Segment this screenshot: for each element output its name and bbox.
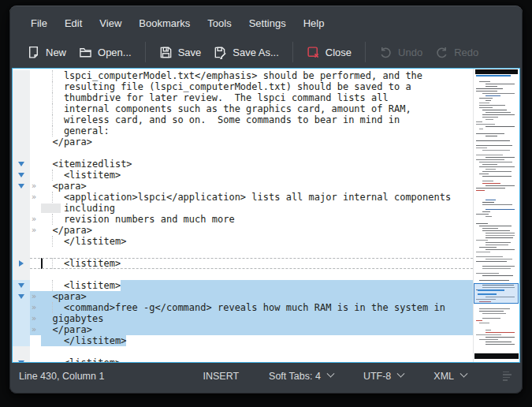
code-line[interactable]: » <para>	[13, 181, 473, 192]
line-content[interactable]: internal components such as the graphics…	[41, 103, 473, 114]
line-content[interactable]: </para>	[41, 324, 473, 335]
gutter[interactable]	[13, 92, 30, 103]
line-content[interactable]	[41, 247, 473, 258]
line-content[interactable]: </para>	[41, 225, 473, 236]
gutter[interactable]	[13, 225, 30, 236]
gutter[interactable]	[13, 258, 30, 269]
input-mode-button[interactable]: INSERT	[198, 368, 244, 385]
line-content[interactable]	[41, 269, 473, 280]
line-content[interactable]: <listitem>	[41, 357, 473, 362]
code-line[interactable]: </para>	[13, 136, 473, 147]
code-line[interactable]: » gigabytes	[13, 313, 473, 324]
line-content[interactable]: </listitem>	[41, 335, 473, 346]
gutter[interactable]	[13, 269, 30, 280]
fold-marker-icon[interactable]	[18, 294, 24, 299]
menu-bookmarks[interactable]: Bookmarks	[130, 14, 199, 32]
fold-marker-icon[interactable]	[18, 184, 24, 189]
code-line[interactable]: general:	[13, 125, 473, 136]
gutter[interactable]	[13, 236, 30, 247]
line-content[interactable]: <para>	[41, 291, 473, 302]
code-line[interactable]: thumbdrive for later review. The lspci c…	[13, 92, 473, 103]
line-content[interactable]: <para>	[41, 181, 473, 192]
menu-help[interactable]: Help	[295, 14, 333, 32]
fold-marker-icon[interactable]	[19, 260, 24, 267]
line-content[interactable]: thumbdrive for later review. The lspci c…	[41, 92, 473, 103]
encoding-dropdown[interactable]: UTF-8	[359, 368, 408, 385]
gutter[interactable]	[13, 181, 30, 192]
code-line[interactable]: resulting file (lspci_computerModel.txt)…	[13, 81, 473, 92]
undo-button[interactable]: Undo	[373, 42, 429, 63]
code-line[interactable]: » </para>	[13, 225, 473, 236]
code-line[interactable]: » <application>lspci</application> lists…	[13, 192, 473, 203]
code-line[interactable]: internal components such as the graphics…	[13, 103, 473, 114]
menu-file[interactable]: File	[22, 14, 56, 32]
code-line[interactable]: » <command>free -g</command> reveals how…	[13, 302, 473, 313]
fold-marker-icon[interactable]	[18, 162, 24, 166]
save-as-button[interactable]: Save As...	[207, 42, 285, 63]
gutter[interactable]	[13, 357, 30, 362]
minimap-view-indicator[interactable]	[474, 283, 519, 304]
gutter[interactable]	[13, 192, 30, 203]
cursor-position[interactable]: Line 430, Column 1	[19, 371, 198, 382]
gutter[interactable]	[13, 147, 30, 159]
code-line[interactable]: » revision numbers and much more	[13, 214, 473, 225]
gutter[interactable]	[13, 313, 30, 324]
gutter[interactable]	[13, 247, 30, 258]
line-content[interactable]: <itemizedlist>	[41, 159, 473, 170]
gutter[interactable]	[13, 335, 30, 346]
menu-tools[interactable]: Tools	[199, 14, 240, 32]
line-content[interactable]: <listitem>	[41, 258, 473, 269]
statusbar-menu-icon[interactable]	[503, 372, 512, 381]
code-line[interactable]: » <para>	[13, 291, 473, 302]
code-line[interactable]: <listitem>	[13, 280, 473, 291]
new-button[interactable]: New	[20, 42, 73, 63]
line-content[interactable]: including	[41, 203, 473, 214]
code-line[interactable]: <listitem>	[13, 357, 473, 362]
gutter[interactable]	[13, 280, 30, 291]
code-line[interactable]: <listitem>	[13, 170, 473, 181]
minimap-scrollbar[interactable]	[473, 69, 519, 362]
fold-marker-icon[interactable]	[18, 360, 24, 362]
text-editor[interactable]: lspci_computerModel.txt</emphasis> shoul…	[13, 69, 473, 362]
line-content[interactable]: general:	[41, 125, 473, 136]
code-line[interactable]	[13, 147, 473, 159]
gutter[interactable]	[13, 70, 30, 81]
code-line[interactable]	[13, 247, 473, 258]
fold-marker-icon[interactable]	[18, 283, 24, 288]
code-line[interactable]: wireless card, and so on. Some commands …	[13, 114, 473, 125]
line-content[interactable]: <application>lspci</application> lists a…	[41, 192, 473, 203]
gutter[interactable]	[13, 170, 30, 181]
close-button[interactable]: Close	[300, 42, 358, 63]
line-content[interactable]	[41, 147, 473, 159]
gutter[interactable]	[13, 125, 30, 136]
line-content[interactable]: </para>	[41, 136, 473, 147]
line-content[interactable]: <listitem>	[41, 280, 473, 291]
menu-view[interactable]: View	[91, 14, 130, 32]
open-button[interactable]: Open...	[73, 42, 138, 63]
menu-settings[interactable]: Settings	[240, 14, 295, 32]
line-content[interactable]: revision numbers and much more	[41, 214, 473, 225]
code-line[interactable]: </listitem>	[13, 335, 473, 346]
save-button[interactable]: Save	[153, 42, 208, 63]
line-content[interactable]: <command>free -g</command> reveals how m…	[41, 302, 473, 313]
line-content[interactable]: lspci_computerModel.txt</emphasis> shoul…	[41, 70, 473, 81]
tab-mode-dropdown[interactable]: Soft Tabs: 4	[264, 368, 338, 385]
line-content[interactable]	[41, 346, 473, 357]
line-content[interactable]: gigabytes	[41, 313, 473, 324]
line-content[interactable]: <listitem>	[41, 170, 473, 181]
fold-marker-icon[interactable]	[18, 173, 24, 177]
code-line[interactable]	[13, 269, 473, 280]
gutter[interactable]	[13, 214, 30, 225]
redo-button[interactable]: Redo	[429, 42, 485, 63]
gutter[interactable]	[13, 103, 30, 114]
code-line[interactable]: </listitem>	[13, 236, 473, 247]
code-line[interactable]: including	[13, 203, 473, 214]
code-line[interactable]: <listitem>	[13, 258, 473, 269]
line-content[interactable]: </listitem>	[41, 236, 473, 247]
gutter[interactable]	[13, 324, 30, 335]
gutter[interactable]	[13, 291, 30, 302]
gutter[interactable]	[13, 136, 30, 147]
code-line[interactable]	[13, 346, 473, 357]
gutter[interactable]	[13, 346, 30, 357]
menu-edit[interactable]: Edit	[56, 14, 91, 32]
